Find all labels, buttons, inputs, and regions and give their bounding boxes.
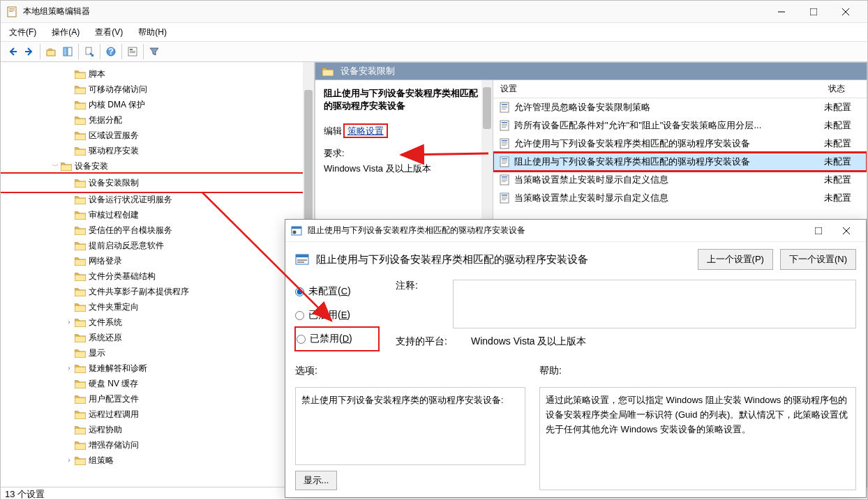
tree-node[interactable]: 脚本 xyxy=(1,66,314,82)
svg-rect-53 xyxy=(815,227,822,234)
help-button[interactable]: ? xyxy=(103,44,119,59)
tree-node[interactable]: 提前启动反恶意软件 xyxy=(1,238,314,253)
minimize-button[interactable] xyxy=(765,1,798,23)
tree-node[interactable]: 受信任的平台模块服务 xyxy=(1,222,314,238)
expand-toggle-icon[interactable] xyxy=(63,225,75,236)
radio-disabled-input[interactable] xyxy=(297,335,306,344)
tree-node[interactable]: 设备运行状况证明服务 xyxy=(1,192,314,207)
expand-toggle-icon[interactable]: ﹀ xyxy=(50,160,61,172)
tree-node[interactable]: 硬盘 NV 缓存 xyxy=(1,376,314,391)
tree-node[interactable]: 文件共享影子副本提供程序 xyxy=(1,284,314,299)
export-list-button[interactable] xyxy=(82,44,97,59)
tree-node[interactable]: 显示 xyxy=(1,345,314,361)
expand-toggle-icon[interactable] xyxy=(63,84,75,95)
tree-node[interactable]: 网络登录 xyxy=(1,253,314,268)
tree-node[interactable]: 系统还原 xyxy=(1,330,314,345)
setting-state: 未配置 xyxy=(824,119,851,132)
column-setting[interactable]: 设置 xyxy=(493,83,821,95)
expand-toggle-icon[interactable] xyxy=(63,255,75,266)
tree-node[interactable]: 用户配置文件 xyxy=(1,391,314,407)
close-button[interactable] xyxy=(830,1,862,23)
show-hide-tree-button[interactable] xyxy=(60,44,75,59)
expand-toggle-icon[interactable]: › xyxy=(63,455,75,466)
expand-toggle-icon[interactable] xyxy=(63,240,75,251)
tree-node[interactable]: 设备安装限制 xyxy=(1,174,314,192)
tree-node[interactable]: ﹀设备安装 xyxy=(1,158,314,174)
tree-node[interactable]: ›疑难解答和诊断 xyxy=(1,361,314,376)
tree-node-label: 硬盘 NV 缓存 xyxy=(89,378,138,390)
scrollbar-thumb[interactable] xyxy=(483,87,491,129)
radio-enabled-input[interactable] xyxy=(295,311,304,320)
menu-view[interactable]: 查看(V) xyxy=(92,25,126,40)
tree-node-label: 组策略 xyxy=(89,455,114,467)
list-row[interactable]: 阻止使用与下列设备安装程序类相匹配的驱动程序安装设备未配置 xyxy=(493,153,867,171)
expand-toggle-icon[interactable] xyxy=(63,130,75,141)
list-row[interactable]: 当策略设置禁止安装时显示自定义信息未配置 xyxy=(493,171,867,189)
comment-textarea[interactable] xyxy=(453,280,856,328)
radio-disabled[interactable]: 已禁用(D) xyxy=(295,327,379,351)
expand-toggle-icon[interactable] xyxy=(63,99,75,110)
dialog-close-button[interactable] xyxy=(832,221,860,241)
expand-toggle-icon[interactable] xyxy=(63,145,75,156)
tree-node[interactable]: 审核过程创建 xyxy=(1,207,314,222)
setting-state: 未配置 xyxy=(824,137,851,150)
expand-toggle-icon[interactable] xyxy=(63,301,75,312)
forward-button[interactable] xyxy=(22,44,37,59)
expand-toggle-icon[interactable] xyxy=(63,177,75,188)
tree-node[interactable]: ›文件系统 xyxy=(1,315,314,330)
list-row[interactable]: 允许管理员忽略设备安装限制策略未配置 xyxy=(493,98,867,116)
list-row[interactable]: 跨所有设备匹配条件对"允许"和"阻止"设备安装策略应用分层...未配置 xyxy=(493,116,867,135)
menu-file[interactable]: 文件(F) xyxy=(6,25,39,40)
tree-node[interactable]: 驱动程序安装 xyxy=(1,143,314,158)
expand-toggle-icon[interactable] xyxy=(63,194,75,205)
expand-toggle-icon[interactable] xyxy=(63,332,75,343)
expand-toggle-icon[interactable]: › xyxy=(63,317,75,328)
svg-rect-41 xyxy=(502,176,507,178)
tree-node[interactable]: 远程协助 xyxy=(1,422,314,437)
back-button[interactable] xyxy=(5,44,20,59)
tree-node[interactable]: 可移动存储访问 xyxy=(1,82,314,97)
expand-toggle-icon[interactable] xyxy=(63,68,75,79)
dialog-maximize-button[interactable] xyxy=(805,221,832,241)
tree-node-label: 设备安装 xyxy=(75,160,108,172)
list-row[interactable]: 当策略设置禁止安装时显示自定义信息未配置 xyxy=(493,189,867,207)
radio-not-configured[interactable]: 未配置(C) xyxy=(295,280,379,303)
options-box: 禁止使用下列设备安装程序类的驱动程序安装设备: xyxy=(295,387,525,465)
column-state[interactable]: 状态 xyxy=(821,83,863,95)
expand-toggle-icon[interactable] xyxy=(63,347,75,358)
expand-toggle-icon[interactable] xyxy=(63,209,75,220)
tree-node[interactable]: 增强存储访问 xyxy=(1,437,314,453)
expand-toggle-icon[interactable] xyxy=(63,393,75,404)
expand-toggle-icon[interactable] xyxy=(63,114,75,126)
expand-toggle-icon[interactable] xyxy=(63,409,75,420)
tree-node[interactable]: 远程过程调用 xyxy=(1,407,314,422)
radio-enabled[interactable]: 已启用(E) xyxy=(295,303,379,327)
dialog-title: 阻止使用与下列设备安装程序类相匹配的驱动程序安装设备 xyxy=(308,225,805,236)
show-button[interactable]: 显示... xyxy=(295,471,337,490)
tree-node[interactable]: 内核 DMA 保护 xyxy=(1,97,314,112)
tree-node[interactable]: ›组策略 xyxy=(1,453,314,468)
edit-policy-link[interactable]: 策略设置 xyxy=(345,125,387,137)
dialog-header-row: 阻止使用与下列设备安装程序类相匹配的驱动程序安装设备 上一个设置(P) 下一个设… xyxy=(295,249,856,270)
expand-toggle-icon[interactable]: › xyxy=(63,363,75,374)
expand-toggle-icon[interactable] xyxy=(63,286,75,297)
tree-node[interactable]: 文件分类基础结构 xyxy=(1,268,314,284)
expand-toggle-icon[interactable] xyxy=(63,424,75,435)
tree-node[interactable]: 文件夹重定向 xyxy=(1,299,314,315)
list-row[interactable]: 允许使用与下列设备安装程序类相匹配的驱动程序安装设备未配置 xyxy=(493,135,867,153)
expand-toggle-icon[interactable] xyxy=(63,378,75,389)
expand-toggle-icon[interactable] xyxy=(63,439,75,450)
tree-node[interactable]: 凭据分配 xyxy=(1,112,314,128)
maximize-button[interactable] xyxy=(798,1,830,23)
setting-name: 阻止使用与下列设备安装程序类相匹配的驱动程序安装设备 xyxy=(514,156,821,168)
previous-setting-button[interactable]: 上一个设置(P) xyxy=(698,249,773,270)
radio-not-configured-input[interactable] xyxy=(295,287,304,296)
next-setting-button[interactable]: 下一个设置(N) xyxy=(780,249,856,270)
filter-button[interactable] xyxy=(147,44,162,59)
expand-toggle-icon[interactable] xyxy=(63,271,75,282)
tree-node[interactable]: 区域设置服务 xyxy=(1,128,314,143)
menu-action[interactable]: 操作(A) xyxy=(49,25,82,40)
menu-help[interactable]: 帮助(H) xyxy=(135,25,170,40)
up-level-button[interactable] xyxy=(43,44,59,59)
properties-button[interactable] xyxy=(125,44,140,59)
